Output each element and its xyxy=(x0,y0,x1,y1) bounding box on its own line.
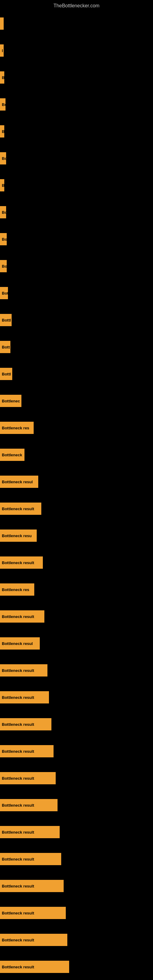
bar-label: Bottleneck result xyxy=(0,745,54,757)
bar-label: Bottleneck result xyxy=(0,907,66,919)
bar-label: Bottleneck xyxy=(0,449,24,461)
bar-label: Bottlenec xyxy=(0,395,21,407)
bar-item: Bo xyxy=(0,226,153,253)
bar-label: Bottleneck result xyxy=(0,664,48,676)
bar-item: B xyxy=(0,64,153,91)
bar-label: Bott xyxy=(0,341,10,353)
bar-label xyxy=(0,18,4,30)
bar-item: Bot xyxy=(0,280,153,307)
bar-label: Bottleneck result xyxy=(0,799,57,811)
site-title: TheBottlenecker.com xyxy=(0,0,153,10)
bar-label: B xyxy=(0,179,4,191)
bar-label: Bottleneck result xyxy=(0,610,45,623)
bar-item: Bottleneck result xyxy=(0,738,153,765)
bar-item: Bottleneck result xyxy=(0,495,153,522)
bar-item: Bottleneck result xyxy=(0,684,153,711)
bar-label: Bot xyxy=(0,287,8,299)
bar-label: Bo xyxy=(0,98,5,111)
bar-label: Bottleneck res xyxy=(0,584,34,596)
bar-item: Bottleneck result xyxy=(0,872,153,899)
bar-item: B xyxy=(0,172,153,199)
bar-item: Bottleneck result xyxy=(0,819,153,846)
bar-item: Bottleneck result xyxy=(0,953,153,980)
bar-item: Bott xyxy=(0,334,153,360)
bar-item: Bottleneck resul xyxy=(0,630,153,657)
bar-item: Bo xyxy=(0,253,153,280)
bar-label: Bo xyxy=(0,260,7,272)
bar-item: Bottlenec xyxy=(0,387,153,414)
site-header: TheBottlenecker.com xyxy=(0,0,153,10)
bar-label: Bo xyxy=(0,206,6,218)
bar-label: Bottleneck result xyxy=(0,934,67,946)
bar-label: Bo xyxy=(0,233,7,245)
bar-item: Bottleneck result xyxy=(0,657,153,684)
bar-item: Bo xyxy=(0,145,153,172)
bar-item: Bottleneck result xyxy=(0,846,153,872)
bar-label: Bottleneck result xyxy=(0,503,41,515)
bar-label: Bottleneck resul xyxy=(0,637,40,649)
bar-label: Bottleneck resul xyxy=(0,476,38,488)
bar-chart: IBBoBBoBBoBoBoBotBottlBottBottlBottlenec… xyxy=(0,10,153,980)
bar-label: B xyxy=(0,125,4,137)
bar-item: Bottl xyxy=(0,307,153,334)
bar-label: Bottl xyxy=(0,368,12,380)
bar-label: Bottleneck result xyxy=(0,557,43,569)
bar-item: B xyxy=(0,118,153,145)
bar-item: Bottleneck result xyxy=(0,899,153,926)
bar-item: Bottleneck result xyxy=(0,926,153,953)
bar-item: Bottleneck res xyxy=(0,414,153,441)
bar-item: Bottleneck result xyxy=(0,765,153,792)
bar-item: Bottleneck result xyxy=(0,711,153,738)
bar-item: Bo xyxy=(0,199,153,226)
bar-label: Bottleneck result xyxy=(0,853,61,865)
bar-label: Bottleneck res xyxy=(0,422,33,434)
bar-item: Bottleneck xyxy=(0,441,153,468)
bar-label: Bo xyxy=(0,152,6,164)
bar-label: Bottl xyxy=(0,314,12,326)
bar-label: Bottleneck resu xyxy=(0,530,37,542)
bar-label: Bottleneck result xyxy=(0,961,69,973)
bar-item: Bottleneck result xyxy=(0,549,153,576)
bar-label: Bottleneck result xyxy=(0,691,49,703)
bar-item: Bottleneck result xyxy=(0,792,153,819)
bar-item: Bottleneck resu xyxy=(0,522,153,549)
bar-item: Bottleneck res xyxy=(0,576,153,603)
bar-item: Bottleneck result xyxy=(0,603,153,630)
bar-label: B xyxy=(0,72,4,84)
bar-label: Bottleneck result xyxy=(0,880,64,892)
bar-item: Bottl xyxy=(0,360,153,387)
bar-label: Bottleneck result xyxy=(0,772,56,784)
bar-label: Bottleneck result xyxy=(0,826,60,838)
bar-item: Bo xyxy=(0,91,153,118)
bar-item xyxy=(0,10,153,37)
bar-item: Bottleneck resul xyxy=(0,468,153,495)
bar-label: Bottleneck result xyxy=(0,718,51,730)
bar-label: I xyxy=(0,45,4,57)
bar-item: I xyxy=(0,37,153,64)
